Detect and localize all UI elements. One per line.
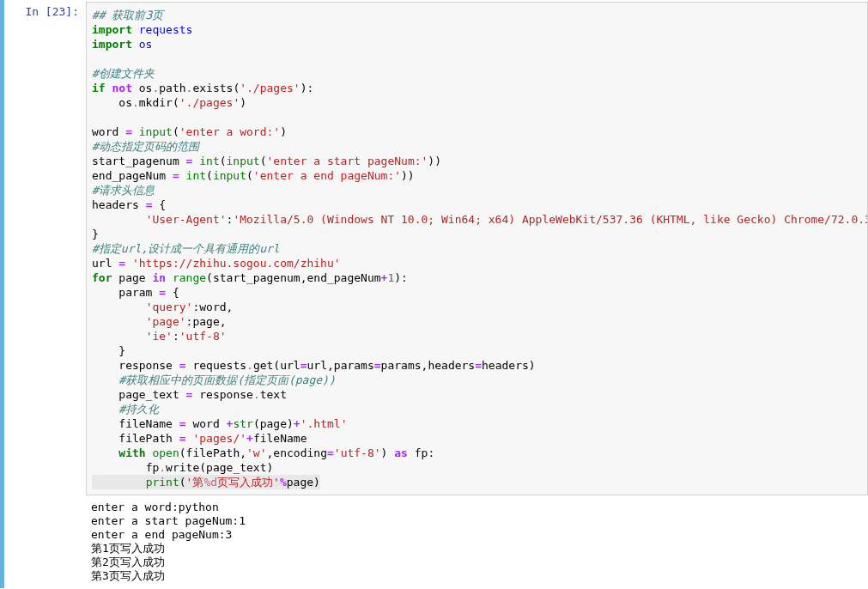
comment: #指定url,设计成一个具有通用的url [92,242,280,255]
module-name: requests [139,23,193,36]
comment: #持久化 [118,403,159,416]
keyword: if [92,82,106,94]
module-name: os [139,38,153,51]
output-line: enter a end pageNum:3 [91,528,232,541]
comment: #动态指定页码的范围 [92,140,199,153]
prompt-label: In [23]: [25,5,79,18]
output-line: 第1页写入成功 [91,542,165,555]
output-line: enter a start pageNum:1 [91,514,246,527]
input-prompt: In [23]: [4,2,86,21]
code-content: ## 获取前3页 import requests import os #创建文件… [92,8,862,489]
comment: ## 获取前3页 [92,9,163,21]
comment: #获取相应中的页面数据(指定页面(page)) [118,373,335,386]
keyword-import: import [92,23,132,36]
cursor-line: print('第%d页写入成功'%page) [92,475,320,489]
keyword-not: not [112,82,131,94]
comment: #请求头信息 [92,184,155,197]
code-cell: In [23]: ## 获取前3页 import requests import… [4,2,868,495]
code-input-area[interactable]: ## 获取前3页 import requests import os #创建文件… [86,2,868,495]
output-line: enter a word:python [91,501,219,513]
output-line: 第2页写入成功 [91,556,165,568]
keyword-import: import [92,38,132,51]
output-area: enter a word:python enter a start pageNu… [86,495,868,588]
comment: #创建文件夹 [92,67,155,80]
output-line: 第3页写入成功 [91,569,165,582]
